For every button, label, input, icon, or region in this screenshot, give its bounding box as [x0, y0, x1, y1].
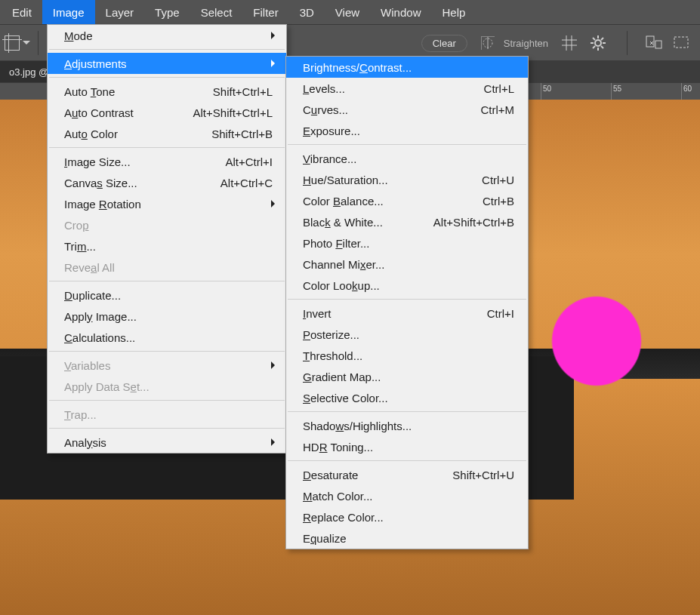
crop-tool-icon[interactable] [5, 35, 20, 51]
grid-icon[interactable] [562, 35, 577, 51]
menu-item-label: Threshold... [303, 349, 514, 362]
menu-select[interactable]: Select [190, 0, 243, 24]
svg-line-13 [593, 46, 595, 48]
adjustments-menu-item-24[interactable]: Replace Color... [286, 506, 528, 527]
adjustments-menu-item-23[interactable]: Match Color... [286, 485, 528, 506]
adjustments-menu-item-16[interactable]: Gradient Map... [286, 366, 528, 387]
image-menu-item-15[interactable]: Duplicate... [48, 284, 286, 306]
menu-item-label: Vibrance... [303, 152, 514, 165]
adjustments-menu-item-15[interactable]: Threshold... [286, 345, 528, 366]
menu-3d[interactable]: 3D [289, 0, 325, 24]
image-menu-item-2[interactable]: Adjustments [48, 53, 286, 74]
menu-item-label: Levels... [303, 82, 409, 95]
adjustments-menu-item-0[interactable]: Brightness/Contrast... [286, 57, 528, 78]
adjustments-menu-item-3[interactable]: Exposure... [286, 120, 528, 141]
image-menu-item-8[interactable]: Image Size...Alt+Ctrl+I [48, 151, 286, 172]
menu-item-label: Image Size... [64, 155, 159, 168]
menu-item-shortcut: Alt+Shift+Ctrl+L [182, 106, 273, 119]
submenu-arrow-icon [271, 60, 279, 67]
gear-icon[interactable] [591, 35, 606, 51]
image-menu-item-0[interactable]: Mode [48, 25, 286, 46]
image-menu-item-19: Variables [48, 355, 286, 376]
menu-item-label: Reveal All [64, 261, 273, 274]
crop-overlay-icon[interactable] [673, 35, 689, 51]
straighten-button[interactable]: Straighten [504, 38, 548, 49]
menu-item-label: Color Balance... [303, 195, 409, 208]
menu-item-label: Black & White... [303, 216, 409, 229]
menu-item-shortcut: Alt+Shift+Ctrl+B [431, 216, 514, 229]
adjustments-menu-item-17[interactable]: Selective Color... [286, 387, 528, 408]
menu-item-label: Exposure... [303, 125, 514, 137]
menu-separator [49, 281, 285, 281]
menu-edit[interactable]: Edit [2, 0, 42, 24]
menu-item-label: Crop [64, 219, 273, 232]
menu-layer[interactable]: Layer [95, 0, 145, 24]
image-menu-item-6[interactable]: Auto ColorShift+Ctrl+B [48, 123, 286, 144]
menu-separator [288, 460, 526, 461]
menu-item-shortcut: Alt+Ctrl+I [182, 155, 273, 168]
menu-item-label: HDR Toning... [303, 441, 514, 454]
adjustments-menu-item-8[interactable]: Black & White...Alt+Shift+Ctrl+B [286, 211, 528, 232]
adjustments-menu-item-19[interactable]: Shadows/Highlights... [286, 415, 528, 436]
ruler-number: 55 [613, 85, 621, 93]
straighten-icon[interactable] [481, 36, 495, 50]
image-menu: ModeAdjustmentsAuto ToneShift+Ctrl+LAuto… [47, 24, 287, 454]
menu-filter[interactable]: Filter [242, 0, 288, 24]
menu-separator [288, 144, 526, 145]
menu-item-label: Selective Color... [303, 392, 514, 404]
menu-item-label: Hue/Saturation... [303, 174, 409, 186]
ruler-tick [611, 83, 612, 100]
menu-item-label: Apply Data Set... [64, 380, 273, 393]
svg-line-14 [601, 38, 603, 40]
adjustments-menu-item-2[interactable]: Curves...Ctrl+M [286, 99, 528, 120]
menu-separator [288, 299, 526, 300]
menu-window[interactable]: Window [370, 0, 431, 24]
separator [627, 31, 628, 55]
menu-separator [49, 351, 285, 352]
adjustments-menu-item-5[interactable]: Vibrance... [286, 148, 528, 169]
menu-item-label: Analysis [64, 436, 273, 449]
menu-item-shortcut: Shift+Ctrl+U [431, 469, 514, 481]
menu-view[interactable]: View [325, 0, 370, 24]
image-menu-item-24[interactable]: Analysis [48, 432, 286, 453]
adjustments-menu-item-11[interactable]: Color Lookup... [286, 275, 528, 296]
adjustments-menu-item-10[interactable]: Channel Mixer... [286, 254, 528, 275]
separator [38, 31, 39, 55]
clear-button[interactable]: Clear [421, 35, 467, 52]
tool-preset-dropdown-icon[interactable] [23, 39, 30, 47]
adjustments-menu-item-20[interactable]: HDR Toning... [286, 436, 528, 457]
adjustments-menu-item-1[interactable]: Levels...Ctrl+L [286, 78, 528, 99]
reset-crop-icon[interactable] [646, 35, 662, 51]
menu-item-shortcut: Ctrl+U [431, 174, 514, 186]
image-menu-item-17[interactable]: Calculations... [48, 327, 286, 348]
image-menu-item-5[interactable]: Auto ContrastAlt+Shift+Ctrl+L [48, 102, 286, 123]
image-menu-item-10[interactable]: Image Rotation [48, 193, 286, 214]
adjustments-menu-item-25[interactable]: Equalize [286, 527, 528, 549]
adjustments-menu-item-6[interactable]: Hue/Saturation...Ctrl+U [286, 169, 528, 190]
menu-image[interactable]: Image [42, 0, 95, 24]
menu-separator [49, 49, 285, 50]
adjustments-menu-item-13[interactable]: InvertCtrl+I [286, 303, 528, 324]
menu-item-label: Mode [64, 29, 273, 42]
menu-item-label: Auto Contrast [64, 106, 159, 119]
menu-item-label: Trap... [64, 408, 273, 421]
adjustments-menu-item-7[interactable]: Color Balance...Ctrl+B [286, 190, 528, 211]
adjustments-menu-item-9[interactable]: Photo Filter... [286, 232, 528, 254]
menu-item-label: Image Rotation [64, 198, 273, 211]
adjustments-menu-item-14[interactable]: Posterize... [286, 324, 528, 345]
image-menu-item-16[interactable]: Apply Image... [48, 306, 286, 327]
svg-point-6 [595, 40, 601, 46]
image-menu-item-11: Crop [48, 214, 286, 235]
menu-item-label: Variables [64, 359, 273, 372]
menu-item-label: Match Color... [303, 490, 514, 503]
image-menu-item-4[interactable]: Auto ToneShift+Ctrl+L [48, 81, 286, 102]
image-menu-item-12[interactable]: Trim... [48, 235, 286, 257]
image-menu-item-9[interactable]: Canvas Size...Alt+Ctrl+C [48, 172, 286, 193]
adjustments-menu-item-22[interactable]: DesaturateShift+Ctrl+U [286, 464, 528, 485]
menu-type[interactable]: Type [144, 0, 190, 24]
menu-help[interactable]: Help [431, 0, 476, 24]
menu-item-shortcut: Shift+Ctrl+L [182, 85, 273, 98]
submenu-arrow-icon [271, 438, 279, 446]
menu-item-label: Invert [303, 307, 409, 320]
menu-item-shortcut: Ctrl+B [431, 195, 514, 208]
